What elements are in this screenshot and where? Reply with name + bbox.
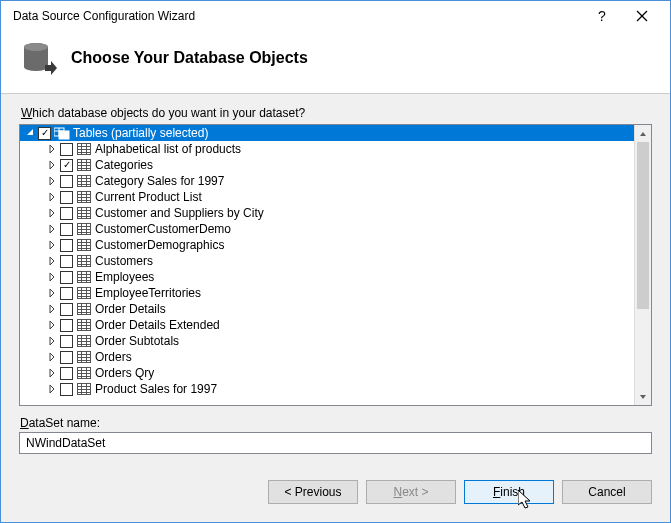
table-grid-icon [76, 382, 92, 396]
expander-closed-icon[interactable] [46, 303, 58, 315]
tree-item[interactable]: Order Details Extended [20, 317, 634, 333]
checkbox[interactable] [60, 367, 73, 380]
expander-closed-icon[interactable] [46, 335, 58, 347]
expander-closed-icon[interactable] [46, 159, 58, 171]
checkbox[interactable] [60, 191, 73, 204]
checkbox[interactable] [60, 303, 73, 316]
svg-marker-13 [50, 145, 54, 153]
tree-item[interactable]: EmployeeTerritories [20, 285, 634, 301]
checkbox[interactable] [60, 351, 73, 364]
checkbox[interactable] [38, 127, 51, 140]
tree-items: Tables (partially selected)Alphabetical … [20, 125, 634, 405]
checkbox[interactable] [60, 287, 73, 300]
tree-root-tables[interactable]: Tables (partially selected) [20, 125, 634, 141]
checkbox[interactable] [60, 383, 73, 396]
tree-item-label: Order Details [95, 302, 166, 316]
previous-button-label: < Previous [284, 485, 341, 499]
tree-item[interactable]: Categories [20, 157, 634, 173]
expander-closed-icon[interactable] [46, 191, 58, 203]
vertical-scrollbar[interactable] [634, 125, 651, 405]
checkbox[interactable] [60, 335, 73, 348]
expander-closed-icon[interactable] [46, 239, 58, 251]
expander-closed-icon[interactable] [46, 255, 58, 267]
table-grid-icon [76, 366, 92, 380]
tree-item-label: CustomerDemographics [95, 238, 224, 252]
svg-marker-83 [50, 305, 54, 313]
tree-item-label: Orders Qry [95, 366, 154, 380]
expander-closed-icon[interactable] [46, 175, 58, 187]
table-grid-icon [76, 318, 92, 332]
previous-button[interactable]: < Previous [268, 480, 358, 504]
help-button[interactable]: ? [582, 2, 622, 30]
checkbox[interactable] [60, 271, 73, 284]
wizard-header: Choose Your Database Objects [1, 31, 670, 94]
button-bar: < Previous Next > Finish Cancel [1, 462, 670, 522]
expander-closed-icon[interactable] [46, 383, 58, 395]
tree-item[interactable]: Category Sales for 1997 [20, 173, 634, 189]
wizard-heading: Choose Your Database Objects [71, 49, 308, 67]
table-grid-icon [76, 142, 92, 156]
checkbox[interactable] [60, 143, 73, 156]
tree-item-label: Customers [95, 254, 153, 268]
cancel-button[interactable]: Cancel [562, 480, 652, 504]
next-button-label: Next > [393, 485, 428, 499]
tree-item[interactable]: Customer and Suppliers by City [20, 205, 634, 221]
scroll-up-button[interactable] [635, 125, 651, 142]
table-grid-icon [76, 222, 92, 236]
checkbox[interactable] [60, 223, 73, 236]
scroll-track[interactable] [635, 142, 651, 388]
expander-closed-icon[interactable] [46, 319, 58, 331]
checkbox[interactable] [60, 175, 73, 188]
tables-icon [54, 126, 70, 140]
tree-item[interactable]: Employees [20, 269, 634, 285]
tree-item[interactable]: Alphabetical list of products [20, 141, 634, 157]
tree-item-label: Employees [95, 270, 154, 284]
svg-marker-6 [27, 129, 33, 135]
tree-item-label: Categories [95, 158, 153, 172]
close-button[interactable] [622, 2, 662, 30]
checkbox[interactable] [60, 319, 73, 332]
tree-item[interactable]: Order Subtotals [20, 333, 634, 349]
expander-closed-icon[interactable] [46, 351, 58, 363]
checkbox[interactable] [60, 255, 73, 268]
finish-button[interactable]: Finish [464, 480, 554, 504]
tree-item[interactable]: Customers [20, 253, 634, 269]
expander-closed-icon[interactable] [46, 287, 58, 299]
dataset-name-input[interactable] [19, 432, 652, 454]
table-grid-icon [76, 334, 92, 348]
expander-open-icon[interactable] [24, 127, 36, 139]
expander-closed-icon[interactable] [46, 143, 58, 155]
expander-closed-icon[interactable] [46, 223, 58, 235]
expander-closed-icon[interactable] [46, 271, 58, 283]
scroll-thumb[interactable] [637, 142, 649, 309]
tree-item-label: EmployeeTerritories [95, 286, 201, 300]
objects-tree[interactable]: Tables (partially selected)Alphabetical … [19, 124, 652, 406]
svg-marker-20 [50, 161, 54, 169]
svg-marker-27 [50, 177, 54, 185]
tree-item[interactable]: Order Details [20, 301, 634, 317]
tree-item[interactable]: Orders [20, 349, 634, 365]
svg-marker-125 [640, 132, 646, 136]
expander-closed-icon[interactable] [46, 207, 58, 219]
table-grid-icon [76, 174, 92, 188]
titlebar-buttons: ? [582, 2, 662, 30]
finish-button-label: Finish [493, 485, 525, 499]
svg-marker-97 [50, 337, 54, 345]
tree-item-label: CustomerCustomerDemo [95, 222, 231, 236]
checkbox[interactable] [60, 159, 73, 172]
tree-item-label: Orders [95, 350, 132, 364]
svg-marker-34 [50, 193, 54, 201]
expander-closed-icon[interactable] [46, 367, 58, 379]
table-grid-icon [76, 254, 92, 268]
tree-item[interactable]: Product Sales for 1997 [20, 381, 634, 397]
tree-item[interactable]: CustomerDemographics [20, 237, 634, 253]
svg-marker-126 [640, 395, 646, 399]
tree-item-label: Current Product List [95, 190, 202, 204]
tree-item-label: Alphabetical list of products [95, 142, 241, 156]
tree-item[interactable]: Orders Qry [20, 365, 634, 381]
tree-item[interactable]: CustomerCustomerDemo [20, 221, 634, 237]
tree-item[interactable]: Current Product List [20, 189, 634, 205]
checkbox[interactable] [60, 239, 73, 252]
scroll-down-button[interactable] [635, 388, 651, 405]
checkbox[interactable] [60, 207, 73, 220]
